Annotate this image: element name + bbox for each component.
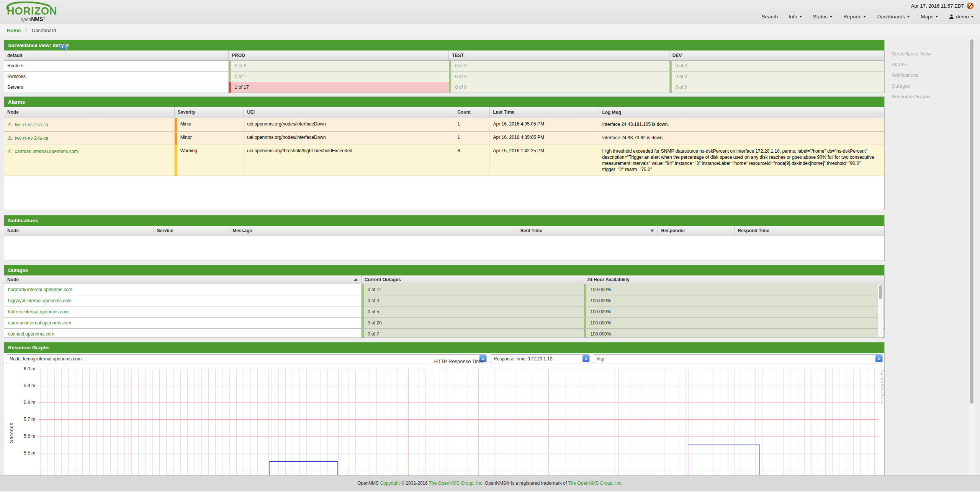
current-datetime: Apr 17, 2016 11:57 EDT bbox=[911, 3, 964, 9]
outage-availability-cell: 100.000% bbox=[584, 284, 884, 295]
alarm-uei-cell: uei.opennms.org/threshold/highThresholdE… bbox=[244, 145, 454, 176]
alarm-node-link[interactable]: cartman.internal.opennms.com bbox=[15, 149, 78, 154]
column-header-test: TEST bbox=[449, 51, 669, 60]
alarm-node-link[interactable]: twc-rr-nc-2-la-ca bbox=[15, 122, 48, 127]
surveillance-view-selector[interactable]: default bbox=[66, 44, 67, 50]
y-axis-tick: 6.0 m bbox=[14, 366, 35, 371]
outage-row: connect.opennms.com 0 of 7 100.000% bbox=[4, 329, 884, 338]
alarm-log-msg-cell: Interface 24.93.73.62 is down. bbox=[599, 132, 884, 145]
surveillance-panel-title: Surveillance view: default default bbox=[4, 40, 884, 51]
column-header-last-time[interactable]: Last Time bbox=[490, 107, 599, 118]
surveillance-cell[interactable]: 0 of 0 bbox=[449, 61, 669, 71]
sort-asc-icon bbox=[354, 278, 358, 281]
sent-time-label: Sent Time bbox=[520, 228, 542, 233]
column-header-respond-time[interactable]: Respond Time bbox=[735, 226, 884, 236]
alarm-node-cell: twc-rr-nc-2-la-ca bbox=[4, 118, 175, 131]
alarm-log-msg-cell: Interface 24.43.181.105 is down. bbox=[599, 118, 884, 131]
surveillance-category: Servers bbox=[4, 82, 229, 93]
notices-off-indicator-icon[interactable] bbox=[967, 2, 974, 10]
nav-maps[interactable]: Maps bbox=[921, 14, 938, 20]
outage-node-link[interactable]: connect.opennms.com bbox=[8, 331, 54, 337]
table-row: Routers 0 of 8 0 of 0 0 of 0 bbox=[4, 61, 884, 72]
horizon-opennms-logo[interactable]: HORIZON openNMS® bbox=[5, 2, 55, 23]
surveillance-cell[interactable]: 0 of 0 bbox=[669, 72, 884, 82]
outage-node-link[interactable]: barbrady.internal.opennms.com bbox=[8, 287, 72, 292]
footer-group-link[interactable]: The OpenNMS Group, Inc. bbox=[429, 481, 484, 486]
breadcrumb-home-link[interactable]: Home bbox=[7, 28, 21, 33]
alarm-uei-cell: uei.opennms.org/nodes/interfaceDown bbox=[244, 132, 454, 145]
surveillance-cell[interactable]: 0 of 0 bbox=[449, 82, 669, 93]
column-header-node[interactable]: Node bbox=[4, 275, 362, 284]
table-row: Switches 0 of 1 0 of 0 0 of 0 bbox=[4, 72, 884, 82]
chart-line-segment bbox=[269, 461, 338, 477]
surveillance-table-header: default PROD TEST DEV bbox=[4, 51, 884, 61]
nav-status[interactable]: Status bbox=[813, 14, 833, 20]
alarm-last-time-cell: Apr 15, 2016 1:42:25 PM bbox=[490, 145, 599, 176]
column-header-24h-availability[interactable]: 24 Hour Availability bbox=[584, 275, 884, 284]
nav-info[interactable]: Info bbox=[789, 14, 802, 20]
outages-panel-title: Outages bbox=[4, 265, 884, 275]
outage-row: barbrady.internal.opennms.com 0 of 11 10… bbox=[4, 284, 884, 295]
alarm-last-time-cell: Apr 16, 2016 4:35:05 PM bbox=[490, 118, 599, 131]
sidebar-item-surveillance-view[interactable]: Surveillance View bbox=[892, 49, 931, 59]
column-header-node[interactable]: Node bbox=[4, 107, 175, 118]
column-header-severity[interactable]: Severity bbox=[175, 107, 244, 118]
nav-reports[interactable]: Reports bbox=[843, 14, 866, 20]
outage-node-cell: connect.opennms.com bbox=[4, 329, 362, 338]
nav-user-menu[interactable]: demo bbox=[949, 14, 974, 20]
outage-current-cell: 0 of 7 bbox=[362, 329, 584, 338]
outages-panel: Outages Node Current Outages 24 Hour Ava… bbox=[4, 265, 885, 338]
logo-subtitle: openNMS® bbox=[21, 16, 45, 23]
sidebar-item-alarms[interactable]: Alarms bbox=[892, 59, 931, 70]
notifications-panel: Notifications Node Service Message Sent … bbox=[4, 215, 885, 261]
notifications-table-header: Node Service Message Sent Time Responder… bbox=[4, 226, 884, 236]
column-header-sent-time[interactable]: Sent Time bbox=[517, 226, 658, 236]
surveillance-cell[interactable]: 0 of 0 bbox=[669, 82, 884, 93]
outages-table-header: Node Current Outages 24 Hour Availabilit… bbox=[4, 275, 884, 284]
column-header-uei[interactable]: UEI bbox=[244, 107, 454, 118]
sort-desc-icon bbox=[650, 230, 654, 232]
logo-nms-text: NMS bbox=[31, 16, 43, 22]
y-axis-tick: 5.7 m bbox=[14, 417, 35, 422]
surveillance-cell[interactable]: 0 of 8 bbox=[229, 61, 449, 71]
column-header-node[interactable]: Node bbox=[4, 226, 154, 236]
notifications-panel-title: Notifications bbox=[4, 215, 884, 226]
sidebar-item-resource-graphs[interactable]: Resource Graphs bbox=[892, 91, 931, 102]
main-navigation: Search Info Status Reports Dashboards Ma… bbox=[762, 14, 974, 20]
outage-node-link[interactable]: biggayal.internal.opennms.com bbox=[8, 298, 72, 303]
surveillance-cell-critical[interactable]: 1 of 17 bbox=[229, 82, 449, 93]
breadcrumb-separator: / bbox=[26, 28, 27, 33]
surveillance-view-panel: Surveillance view: default default defau… bbox=[4, 40, 885, 93]
footer-group-link[interactable]: The OpenNMS Group, Inc. bbox=[568, 481, 623, 486]
column-header-current-outages[interactable]: Current Outages bbox=[362, 275, 584, 284]
footer-copyright-link[interactable]: Copyright bbox=[380, 481, 399, 486]
chevron-down-icon bbox=[935, 16, 938, 18]
outage-node-cell: butters.internal.opennms.com bbox=[4, 306, 362, 317]
surveillance-cell[interactable]: 0 of 0 bbox=[449, 72, 669, 82]
chevron-down-icon bbox=[863, 16, 866, 18]
column-header-service[interactable]: Service bbox=[154, 226, 230, 236]
alarm-node-link[interactable]: twc-rr-nc-2-la-ca bbox=[15, 135, 48, 141]
nav-search[interactable]: Search bbox=[762, 14, 778, 20]
chart-title: HTTP Response Time bbox=[39, 358, 879, 364]
column-header-message[interactable]: Message bbox=[229, 226, 517, 236]
surveillance-cell[interactable]: 0 of 0 bbox=[669, 61, 884, 71]
surveillance-cell[interactable]: 0 of 1 bbox=[229, 72, 449, 82]
y-axis-tick: 5.9 m bbox=[14, 383, 35, 388]
outage-row: butters.internal.opennms.com 0 of 5 100.… bbox=[4, 306, 884, 318]
breadcrumb: Home / Dashboard bbox=[0, 24, 980, 36]
chart-plot: 6.0 m 5.9 m 5.8 m 5.7 m 5.6 m 5.5 m Seco… bbox=[39, 369, 879, 477]
column-header-responder[interactable]: Responder bbox=[658, 226, 735, 236]
logo-registered-mark: ® bbox=[43, 16, 45, 20]
page-scrollbar-thumb[interactable] bbox=[970, 39, 973, 404]
sidebar-item-outages[interactable]: Outages bbox=[892, 81, 931, 91]
sidebar-item-notifications[interactable]: Notifications bbox=[892, 70, 931, 81]
top-navbar: HORIZON openNMS® Apr 17, 2016 11:57 EDT … bbox=[0, 0, 980, 24]
column-header-count[interactable]: Count bbox=[454, 107, 490, 118]
outages-scrollbar-thumb[interactable] bbox=[879, 285, 882, 299]
column-header-log-msg[interactable]: Log Msg bbox=[599, 107, 884, 118]
y-axis-tick: 5.5 m bbox=[14, 450, 35, 456]
outage-node-link[interactable]: butters.internal.opennms.com bbox=[8, 309, 69, 314]
outage-node-link[interactable]: cartman.internal.opennms.com bbox=[8, 320, 71, 326]
nav-dashboards[interactable]: Dashboards bbox=[877, 14, 910, 20]
